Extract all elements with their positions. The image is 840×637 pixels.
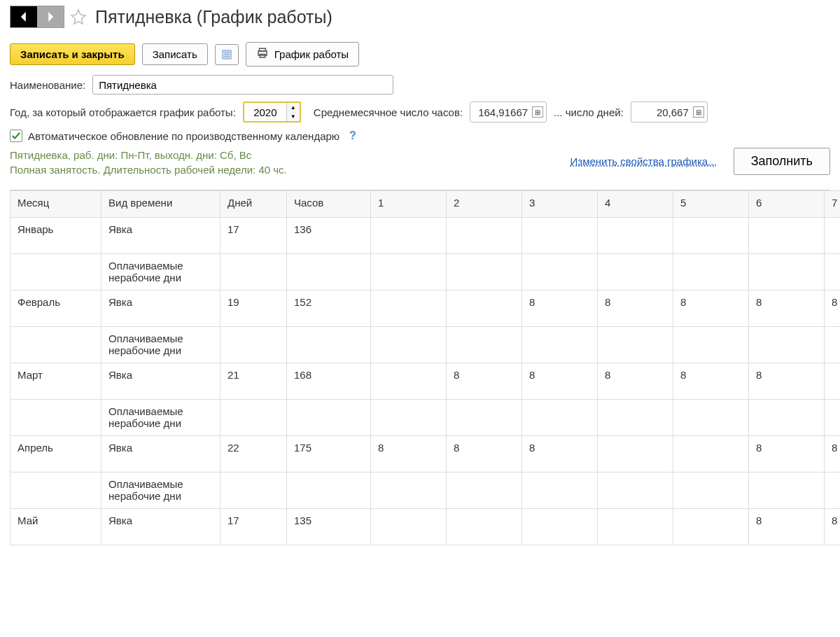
cell-day[interactable]	[371, 254, 447, 290]
table-row[interactable]: Оплачиваемые нерабочие дни	[10, 254, 841, 290]
cell-day[interactable]	[825, 254, 841, 290]
save-and-close-button[interactable]: Записать и закрыть	[10, 43, 135, 65]
cell-day[interactable]: 8	[447, 363, 522, 400]
change-properties-link[interactable]: Изменить свойства графика...	[570, 155, 716, 167]
cell-day[interactable]	[522, 327, 598, 363]
cell-type[interactable]: Оплачиваемые нерабочие дни	[102, 400, 220, 436]
cell-day[interactable]	[598, 218, 673, 254]
cell-type[interactable]: Явка	[102, 290, 220, 327]
table-row[interactable]: ФевральЯвка1915288888	[10, 290, 841, 327]
cell-day[interactable]: 8	[749, 509, 825, 545]
cell-type[interactable]: Оплачиваемые нерабочие дни	[102, 327, 220, 363]
cell-month[interactable]	[10, 327, 102, 363]
col-type[interactable]: Вид времени	[102, 191, 220, 218]
col-d3[interactable]: 3	[522, 191, 598, 218]
cell-day[interactable]: 8	[522, 290, 598, 327]
year-input[interactable]	[244, 104, 286, 121]
cell-day[interactable]: 8	[749, 363, 825, 400]
cell-month[interactable]	[10, 472, 102, 509]
nav-back-button[interactable]	[10, 6, 37, 27]
cell-day[interactable]	[673, 400, 749, 436]
cell-day[interactable]	[749, 218, 825, 254]
cell-days[interactable]	[220, 327, 287, 363]
cell-day[interactable]	[749, 472, 825, 509]
cell-day[interactable]	[371, 472, 447, 509]
cell-days[interactable]: 17	[220, 509, 287, 545]
col-month[interactable]: Месяц	[10, 191, 102, 218]
table-row[interactable]: Оплачиваемые нерабочие дни	[10, 400, 841, 436]
cell-days[interactable]	[220, 400, 287, 436]
nav-forward-button[interactable]	[37, 6, 64, 27]
cell-type[interactable]: Явка	[102, 509, 220, 545]
cell-day[interactable]: 8	[598, 363, 673, 400]
cell-day[interactable]	[447, 290, 522, 327]
cell-hours[interactable]: 152	[287, 290, 371, 327]
avg-days-box[interactable]: 20,667 ⊞	[631, 102, 708, 122]
cell-day[interactable]	[447, 472, 522, 509]
col-d7[interactable]: 7	[825, 191, 841, 218]
table-row[interactable]: АпрельЯвка2217588888	[10, 436, 841, 472]
cell-days[interactable]: 22	[220, 436, 287, 472]
cell-month[interactable]	[10, 254, 102, 290]
avg-hours-box[interactable]: 164,91667 ⊞	[470, 102, 547, 122]
table-row[interactable]: МартЯвка2116888888	[10, 363, 841, 400]
cell-day[interactable]	[522, 400, 598, 436]
cell-day[interactable]	[673, 472, 749, 509]
cell-day[interactable]	[598, 436, 673, 472]
cell-day[interactable]	[447, 254, 522, 290]
col-d5[interactable]: 5	[673, 191, 749, 218]
cell-day[interactable]	[522, 254, 598, 290]
cell-day[interactable]	[749, 327, 825, 363]
col-days[interactable]: Дней	[220, 191, 287, 218]
cell-day[interactable]	[371, 218, 447, 254]
save-button[interactable]: Записать	[142, 43, 208, 65]
table-row[interactable]: МайЯвка1713588	[10, 509, 841, 545]
cell-day[interactable]: 8	[598, 290, 673, 327]
cell-day[interactable]	[371, 290, 447, 327]
cell-day[interactable]	[598, 254, 673, 290]
cell-day[interactable]: 8	[749, 436, 825, 472]
cell-day[interactable]	[749, 400, 825, 436]
table-row[interactable]: Оплачиваемые нерабочие дни	[10, 472, 841, 509]
cell-day[interactable]	[598, 400, 673, 436]
cell-day[interactable]	[371, 363, 447, 400]
cell-month[interactable]: Январь	[10, 218, 102, 254]
cell-day[interactable]: 8	[825, 509, 841, 545]
col-hours[interactable]: Часов	[287, 191, 371, 218]
cell-type[interactable]: Явка	[102, 436, 220, 472]
cell-hours[interactable]: 135	[287, 509, 371, 545]
table-row[interactable]: Оплачиваемые нерабочие дни	[10, 327, 841, 363]
cell-hours[interactable]: 136	[287, 218, 371, 254]
cell-hours[interactable]: 168	[287, 363, 371, 400]
cell-day[interactable]	[447, 509, 522, 545]
cell-days[interactable]	[220, 472, 287, 509]
cell-day[interactable]: 8	[371, 436, 447, 472]
cell-day[interactable]	[825, 400, 841, 436]
cell-hours[interactable]	[287, 254, 371, 290]
cell-month[interactable]: Апрель	[10, 436, 102, 472]
cell-day[interactable]	[749, 254, 825, 290]
cell-day[interactable]	[825, 363, 841, 400]
cell-type[interactable]: Явка	[102, 218, 220, 254]
cell-hours[interactable]	[287, 400, 371, 436]
cell-day[interactable]	[522, 218, 598, 254]
cell-day[interactable]	[825, 327, 841, 363]
cell-day[interactable]: 8	[825, 436, 841, 472]
col-d2[interactable]: 2	[447, 191, 522, 218]
cell-days[interactable]	[220, 254, 287, 290]
cell-type[interactable]: Оплачиваемые нерабочие дни	[102, 472, 220, 509]
cell-hours[interactable]	[287, 472, 371, 509]
cell-day[interactable]	[673, 254, 749, 290]
fill-button[interactable]: Заполнить	[734, 148, 830, 175]
cell-day[interactable]: 8	[749, 290, 825, 327]
cell-day[interactable]	[447, 327, 522, 363]
cell-hours[interactable]: 175	[287, 436, 371, 472]
cell-day[interactable]	[825, 472, 841, 509]
cell-days[interactable]: 17	[220, 218, 287, 254]
cell-month[interactable]: Май	[10, 509, 102, 545]
cell-month[interactable]: Март	[10, 363, 102, 400]
cell-day[interactable]	[598, 509, 673, 545]
cell-day[interactable]	[673, 509, 749, 545]
name-input[interactable]	[92, 75, 393, 94]
cell-day[interactable]	[598, 472, 673, 509]
